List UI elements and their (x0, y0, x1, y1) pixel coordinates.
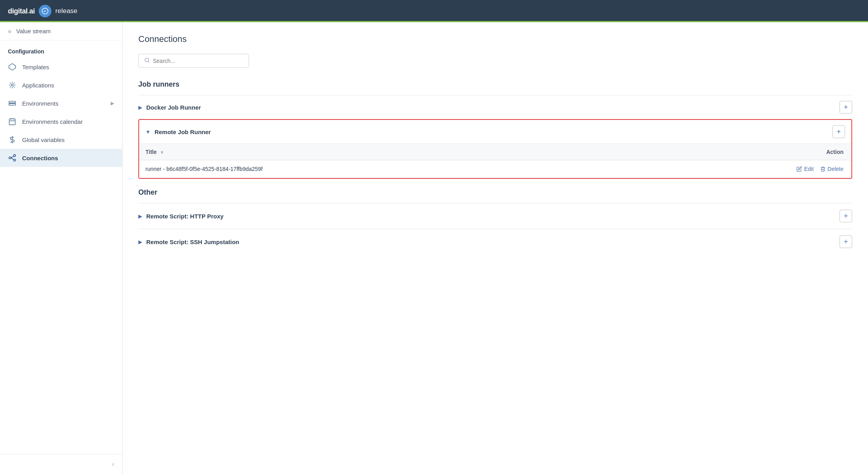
remote-runner-label: Remote Job Runner (155, 129, 211, 135)
ssh-jumpstation-add-button[interactable]: + (840, 235, 852, 248)
action-column-header: Action (623, 144, 851, 160)
http-proxy-chevron: ▶ (138, 213, 142, 219)
ssh-jumpstation-label: Remote Script: SSH Jumpstation (146, 239, 239, 245)
environments-arrow: ▶ (111, 100, 114, 106)
release-label: release (55, 7, 77, 15)
sidebar-item-value-stream[interactable]: ⟐ Value stream (0, 22, 122, 40)
page-title: Connections (138, 34, 852, 44)
logo-text: digital.ai (8, 7, 35, 15)
svg-rect-4 (9, 104, 16, 105)
svg-point-11 (13, 155, 15, 157)
action-buttons: Edit Delete (630, 166, 843, 172)
connections-icon (8, 154, 17, 162)
svg-line-13 (11, 156, 14, 158)
ssh-jumpstation-header[interactable]: ▶ Remote Script: SSH Jumpstation + (138, 229, 852, 254)
search-container (138, 54, 852, 68)
global-variables-icon (8, 135, 17, 144)
logo-digital: digital (8, 7, 28, 15)
global-variables-label: Global variables (22, 137, 65, 143)
add-icon: + (844, 103, 848, 112)
applications-icon (8, 81, 17, 89)
search-box (138, 54, 249, 68)
environments-icon (8, 99, 17, 108)
http-proxy-add-button[interactable]: + (840, 210, 852, 222)
svg-point-15 (145, 58, 149, 62)
svg-point-12 (13, 159, 15, 161)
main-layout: ⟐ Value stream Configuration Templates A… (0, 22, 868, 474)
remote-runner-header[interactable]: ▼ Remote Job Runner + (139, 120, 851, 144)
remote-runner-add-button[interactable]: + (832, 125, 845, 138)
sidebar-item-applications[interactable]: Applications (0, 76, 122, 94)
docker-runner-label: Docker Job Runner (146, 104, 201, 111)
sort-icon: ▼ (160, 150, 164, 155)
sidebar-item-templates[interactable]: Templates (0, 58, 122, 76)
environments-calendar-icon (8, 117, 17, 126)
delete-button[interactable]: Delete (820, 166, 843, 172)
environments-calendar-label: Environments calendar (22, 118, 83, 125)
sidebar-item-global-variables[interactable]: Global variables (0, 131, 122, 149)
connections-table: Title ▼ Action runner - b6c48f5f-0f5e-45… (139, 144, 851, 178)
topbar: digital.ai release (0, 0, 868, 22)
remote-runner-section: ▼ Remote Job Runner + Title ▼ Action (138, 119, 852, 179)
svg-line-14 (11, 158, 14, 159)
add-icon-http: + (844, 212, 848, 220)
title-column-header[interactable]: Title ▼ (139, 144, 623, 160)
job-runners-title: Job runners (138, 80, 852, 89)
svg-marker-1 (9, 64, 16, 70)
add-icon-ssh: + (844, 238, 848, 246)
templates-label: Templates (22, 64, 49, 70)
other-section: Other ▶ Remote Script: HTTP Proxy + ▶ Re… (138, 188, 852, 254)
environments-label: Environments (22, 100, 58, 107)
sidebar: ⟐ Value stream Configuration Templates A… (0, 22, 123, 474)
configuration-label: Configuration (0, 40, 122, 58)
docker-runner-chevron: ▶ (138, 104, 142, 110)
edit-label: Edit (804, 166, 813, 172)
http-proxy-header[interactable]: ▶ Remote Script: HTTP Proxy + (138, 203, 852, 229)
delete-label: Delete (828, 166, 843, 172)
sidebar-item-connections[interactable]: Connections (0, 149, 122, 167)
http-proxy-label: Remote Script: HTTP Proxy (146, 213, 224, 220)
svg-line-16 (148, 61, 149, 63)
table-row: runner - b6c48f5f-0f5e-4525-8184-17ffb9d… (139, 160, 851, 178)
sidebar-collapse-button[interactable]: ‹ (0, 454, 122, 474)
content-area: Connections Job runners ▶ Docker Job Run… (123, 22, 868, 474)
search-input[interactable] (153, 58, 243, 64)
templates-icon (8, 63, 17, 71)
sidebar-item-environments[interactable]: Environments ▶ (0, 94, 122, 112)
table-header-row: Title ▼ Action (139, 144, 851, 160)
remote-runner-chevron: ▼ (145, 129, 151, 135)
svg-rect-3 (9, 101, 16, 103)
sidebar-item-environments-calendar[interactable]: Environments calendar (0, 112, 122, 131)
runner-action-cell: Edit Delete (623, 160, 851, 178)
value-stream-label: Value stream (16, 28, 51, 34)
docker-runner-header[interactable]: ▶ Docker Job Runner + (138, 95, 852, 119)
add-icon-remote: + (837, 128, 841, 136)
collapse-icon: ‹ (112, 461, 114, 468)
svg-point-2 (11, 84, 13, 86)
other-title: Other (138, 188, 852, 197)
logo-icon (39, 5, 51, 17)
svg-rect-5 (9, 119, 15, 125)
connections-label: Connections (22, 155, 58, 161)
applications-label: Applications (22, 82, 54, 89)
docker-runner-add-button[interactable]: + (840, 101, 852, 114)
ssh-jumpstation-chevron: ▶ (138, 239, 142, 245)
svg-point-10 (9, 157, 11, 159)
runner-title-cell: runner - b6c48f5f-0f5e-4525-8184-17ffb9d… (139, 160, 623, 178)
delete-icon (820, 166, 826, 172)
edit-icon (796, 166, 802, 172)
value-stream-icon: ⟐ (8, 28, 11, 34)
edit-button[interactable]: Edit (796, 166, 813, 172)
search-icon (144, 57, 150, 64)
logo-area: digital.ai release (8, 5, 77, 17)
